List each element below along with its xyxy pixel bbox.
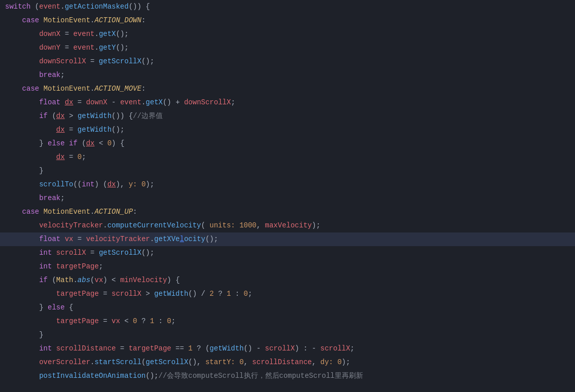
var-scrollx3: scrollX [265, 342, 295, 356]
keyword-int2: int [39, 260, 52, 273]
class-motionevent2: MotionEvent [44, 82, 90, 96]
var-targetpage3: targetPage [56, 315, 99, 328]
num-2: 2 [209, 287, 213, 301]
code-line-27: overScroller.startScroll(getScrollX(), s… [0, 356, 575, 369]
var-event3: event [73, 41, 94, 55]
code-line-22: targetPage = scrollX > getWidth() / 2 ? … [0, 287, 575, 301]
code-line-5: downScrollX = getScrollX(); [0, 55, 575, 68]
keyword-break2: break [39, 191, 60, 205]
keyword-float2: float [39, 232, 60, 246]
param-units: units: [209, 219, 235, 232]
code-line-2: case MotionEvent.ACTION_DOWN: [0, 14, 575, 27]
var-scrolldistance2: scrollDistance [252, 356, 312, 369]
var-scrolldistance: scrollDistance [56, 342, 116, 356]
var-dx1: dx [65, 96, 74, 109]
keyword-if1: if [39, 109, 48, 123]
comment-boundary: //边界值 [133, 109, 163, 123]
var-event4: event [120, 96, 141, 109]
class-math: Math [56, 273, 74, 287]
param-dy: dy: [320, 356, 333, 369]
num-0c: 0 [141, 178, 146, 191]
fn-getx2: getX [146, 96, 163, 109]
const-action-down: ACTION_DOWN [94, 14, 141, 27]
code-line-17: velocityTracker.computeCurrentVelocity( … [0, 219, 575, 232]
var-downy: downY [39, 41, 60, 55]
keyword-int3: int [39, 342, 52, 356]
num-1c: 1 [188, 342, 192, 356]
var-downx: downX [39, 27, 60, 41]
class-motionevent1: MotionEvent [44, 14, 90, 27]
cursor-position: l [180, 232, 184, 246]
fn-getscrollx2: getScrollX [99, 246, 141, 260]
fn-getwidth3: getWidth [154, 287, 188, 301]
code-line-12: dx = 0; [0, 150, 575, 164]
code-line-10: dx = getWidth(); [0, 123, 575, 137]
var-minvelocity: minVelocity [120, 273, 167, 287]
keyword-case1: case [22, 14, 40, 27]
var-velocitytracker2: velocityTracker [86, 232, 150, 246]
fn-computecurrentvelocity: computeCurrentVelocity [107, 219, 201, 232]
num-0f: 0 [167, 315, 171, 328]
var-vx3: vx [112, 315, 120, 328]
var-dx2: dx [56, 109, 65, 123]
const-action-up: ACTION_UP [94, 205, 133, 219]
num-0d: 0 [244, 287, 248, 301]
keyword-if3: if [39, 273, 48, 287]
keyword-if2: if [69, 137, 78, 150]
param-starty: startY: [205, 356, 235, 369]
var-downx2: downX [86, 96, 107, 109]
keyword-else1: else [48, 137, 65, 150]
keyword-int-cast: int [82, 178, 94, 191]
code-line-15: break; [0, 191, 575, 205]
keyword-break1: break [39, 68, 60, 82]
var-downscrollx2: downScrollX [184, 96, 231, 109]
num-0g: 0 [239, 356, 243, 369]
var-dx3: dx [56, 123, 65, 137]
code-line-20: int targetPage; [0, 260, 575, 273]
keyword-case3: case [22, 205, 40, 219]
var-targetpage2: targetPage [56, 287, 99, 301]
var-dx4: dx [86, 137, 95, 150]
var-vx2: vx [94, 273, 103, 287]
var-vx: vx [65, 232, 74, 246]
var-event: event [39, 0, 60, 14]
num-1000: 1000 [239, 219, 257, 232]
fn-getxvelocity: getXVe [154, 232, 179, 246]
var-targetpage4: targetPage [129, 342, 171, 356]
var-scrollx: scrollX [56, 246, 86, 260]
keyword-float1: float [39, 96, 60, 109]
code-line-13: } [0, 164, 575, 178]
code-line-21: if (Math.abs(vx) < minVelocity) { [0, 273, 575, 287]
keyword-case2: case [22, 82, 40, 96]
code-line-23: } else { [0, 301, 575, 315]
var-overscroller: overScroller [39, 356, 90, 369]
var-dx5: dx [56, 150, 65, 164]
code-line-7: case MotionEvent.ACTION_MOVE: [0, 82, 575, 96]
code-line-11: } else if (dx < 0) { [0, 137, 575, 150]
code-editor: switch (event.getActionMasked()) { case … [0, 0, 575, 392]
fn-getx: getX [99, 27, 116, 41]
var-scrollx2: scrollX [112, 287, 141, 301]
fn-gety: getY [99, 41, 116, 55]
code-line-26: int scrollDistance = targetPage == 1 ? (… [0, 342, 575, 356]
keyword-int1: int [39, 246, 52, 260]
code-line-14: scrollTo((int) (dx), y: 0); [0, 178, 575, 191]
const-action-move: ACTION_MOVE [94, 82, 141, 96]
fn-getwidth2: getWidth [78, 123, 112, 137]
num-1b: 1 [150, 315, 154, 328]
var-event2: event [73, 27, 94, 41]
fn-postinvalidate: postInvalidateOnAnimation [39, 369, 146, 383]
var-targetpage: targetPage [56, 260, 99, 273]
param-y: y: [129, 178, 137, 191]
code-line-9: if (dx > getWidth()) {//边界值 [0, 109, 575, 123]
keyword-else2: else [48, 301, 65, 315]
code-line-3: downX = event.getX(); [0, 27, 575, 41]
code-line-16: case MotionEvent.ACTION_UP: [0, 205, 575, 219]
fn-startscroll: startScroll [94, 356, 141, 369]
keyword-switch: switch [5, 0, 30, 14]
var-dx6: dx [107, 178, 116, 191]
num-0e: 0 [133, 315, 137, 328]
code-line-28: postInvalidateOnAnimation();//会导致compute… [0, 369, 575, 383]
fn-getscrollx1: getScrollX [99, 55, 141, 68]
comment-computescroll: //会导致computeScroll执行，然后computeScroll里再刷新 [158, 369, 363, 383]
